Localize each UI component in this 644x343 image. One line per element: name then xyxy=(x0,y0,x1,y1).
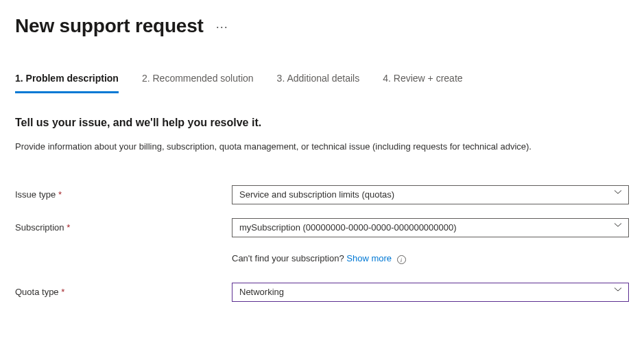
chevron-down-icon xyxy=(614,187,622,200)
tab-recommended-solution[interactable]: 2. Recommended solution xyxy=(142,72,254,93)
info-icon[interactable]: i xyxy=(397,255,406,264)
hint-text: Can't find your subscription? xyxy=(232,253,346,263)
quota-type-label: Quota type * xyxy=(15,283,232,298)
tab-bar: 1. Problem description 2. Recommended so… xyxy=(15,72,629,93)
label-text: Subscription xyxy=(15,222,64,233)
tab-additional-details[interactable]: 3. Additional details xyxy=(277,72,360,93)
quota-type-value: Networking xyxy=(239,286,284,298)
more-actions-button[interactable]: ··· xyxy=(216,19,228,36)
issue-type-select[interactable]: Service and subscription limits (quotas) xyxy=(232,185,629,204)
section-heading: Tell us your issue, and we'll help you r… xyxy=(15,115,629,130)
subscription-select[interactable]: mySubscription (00000000-0000-0000-00000… xyxy=(232,218,629,237)
section-description: Provide information about your billing, … xyxy=(15,140,629,154)
label-text: Quota type xyxy=(15,287,59,297)
issue-type-label: Issue type * xyxy=(15,185,232,201)
page-title: New support request xyxy=(15,12,204,39)
tab-problem-description[interactable]: 1. Problem description xyxy=(15,72,119,93)
subscription-hint: Can't find your subscription? Show more … xyxy=(232,252,629,265)
required-marker: * xyxy=(56,189,62,200)
chevron-down-icon xyxy=(614,220,622,233)
tab-review-create[interactable]: 4. Review + create xyxy=(383,72,462,93)
required-marker: * xyxy=(59,287,65,297)
issue-type-value: Service and subscription limits (quotas) xyxy=(239,189,394,201)
subscription-value: mySubscription (00000000-0000-0000-00000… xyxy=(239,222,457,234)
show-more-link[interactable]: Show more xyxy=(346,253,392,263)
subscription-label: Subscription * xyxy=(15,218,232,234)
required-marker: * xyxy=(64,222,71,233)
chevron-down-icon xyxy=(614,285,622,297)
quota-type-select[interactable]: Networking xyxy=(232,283,629,302)
label-text: Issue type xyxy=(15,189,56,200)
